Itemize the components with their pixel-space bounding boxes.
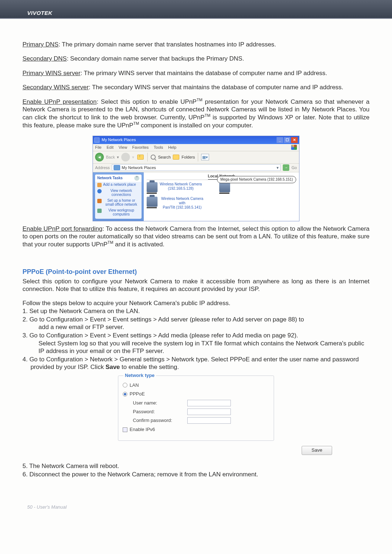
toolbar-separator [198, 153, 198, 161]
secondary-dns-text: : Secondary domain name server that back… [67, 55, 244, 62]
save-button[interactable]: Save [302, 446, 332, 455]
up-button[interactable] [136, 153, 144, 161]
maximize-button[interactable]: ☐ [284, 137, 290, 143]
password-input[interactable] [187, 409, 231, 415]
menu-favorites[interactable]: Favorites [132, 145, 148, 150]
back-button[interactable]: ◄ [95, 153, 104, 161]
callout-bubble: Mega-pixel Network Camera (192.168.5.151… [217, 176, 296, 184]
pppoe-steps-list: 1. Set up the Network Camera on the LAN.… [23, 307, 369, 371]
network-tasks-card: Network Tasks ˄ Add a network place View… [95, 175, 142, 219]
confirm-password-row: Confirm password: [133, 417, 269, 424]
camera-base-icon [147, 193, 157, 194]
task-label: View network connections [103, 189, 139, 197]
menu-help[interactable]: Help [168, 145, 176, 150]
device-label: Wireless Network Camera (192.168.5.128) [160, 182, 202, 191]
upnp-port-para: Enable UPnP port forwarding: To access t… [23, 225, 369, 248]
enable-ipv6-row[interactable]: Enable IPv6 [123, 427, 269, 432]
brand-logo: VIVOTEK [27, 10, 52, 16]
device-megapixel-camera[interactable] [219, 182, 277, 194]
username-row: User name: [133, 400, 269, 406]
search-button[interactable]: Search [158, 155, 171, 160]
camera-icon [219, 182, 230, 192]
page-header: VIVOTEK [0, 0, 392, 19]
network-places-icon [114, 165, 120, 170]
tm-sup: TM [133, 121, 139, 126]
menu-tools[interactable]: Tools [154, 145, 163, 150]
window-body: Network Tasks ˄ Add a network place View… [93, 172, 299, 221]
upnp-pres-text-d: component is installed on your computer. [139, 122, 253, 129]
task-setup-network[interactable]: Set up a home or small office network [95, 198, 142, 208]
menu-file[interactable]: File [95, 145, 102, 150]
pppoe-follow: Follow the steps below to acquire your N… [23, 299, 369, 307]
primary-dns-text: : The primary domain name server that tr… [58, 41, 276, 48]
task-label: Set up a home or small office network [103, 198, 139, 207]
address-field[interactable]: My Network Places ▾ [112, 164, 281, 171]
window-menubar: File Edit View Favorites Tools Help [93, 144, 299, 151]
tm-sup: TM [197, 98, 203, 102]
pppoe-steps-list-cont: 5. The Network Camera will reboot. 6. Di… [23, 462, 369, 479]
page-footer: 50 - User's Manual [0, 493, 392, 528]
confirm-password-label: Confirm password: [133, 418, 187, 423]
folders-button[interactable]: Folders [181, 155, 195, 160]
fieldset-legend: Network type [123, 373, 156, 378]
toolbar-separator [147, 153, 148, 161]
task-label: View workgroup computers [103, 208, 139, 217]
task-view-connections[interactable]: View network connections [95, 188, 142, 198]
search-icon [151, 155, 156, 160]
go-label: Go [291, 165, 297, 171]
pppoe-label: PPPoE [130, 391, 145, 397]
primary-dns-para: Primary DNS: The primary domain name ser… [23, 41, 369, 48]
ipv6-checkbox[interactable] [123, 427, 127, 432]
folder-up-icon [137, 155, 144, 160]
confirm-password-input[interactable] [187, 417, 231, 424]
step-2: 2. Go to Configuration > Event > Event s… [23, 316, 369, 331]
go-button[interactable]: → [283, 164, 289, 171]
secondary-dns-label: Secondary DNS [23, 55, 67, 62]
lan-option[interactable]: LAN [123, 382, 269, 388]
home-network-icon [97, 199, 102, 203]
window-titlebar[interactable]: My Network Places _ ☐ ✕ [93, 136, 299, 144]
camera-icon [147, 182, 158, 192]
username-label: User name: [133, 400, 187, 406]
step-1: 1. Set up the Network Camera on the LAN. [23, 307, 369, 315]
camera-base-icon [219, 193, 229, 194]
address-value: My Network Places [122, 165, 156, 171]
window-toolbar: ◄ Back ▾ ▾ Search Folders ▦▾ [93, 151, 299, 164]
pppoe-option[interactable]: PPPoE [123, 391, 269, 397]
menu-view[interactable]: View [119, 145, 127, 150]
minimize-button[interactable]: _ [277, 137, 283, 143]
upnp-port-text-b: and it is activated. [113, 241, 164, 248]
workgroup-icon [97, 209, 102, 213]
window-title: My Network Places [102, 138, 136, 143]
password-label: Password: [133, 409, 187, 415]
menu-edit[interactable]: Edit [107, 145, 114, 150]
primary-wins-para: Primary WINS server: The primary WINS se… [23, 69, 369, 77]
address-bar: Address My Network Places ▾ → Go [93, 164, 299, 172]
task-view-workgroup[interactable]: View workgroup computers [95, 208, 142, 217]
main-pane: Local Network Wireless Network Camera (1… [144, 172, 299, 221]
radio-pppoe[interactable] [123, 392, 127, 397]
chevron-down-icon[interactable]: ▾ [277, 165, 279, 171]
network-tasks-header[interactable]: Network Tasks ˄ [95, 175, 142, 182]
camera-base-icon [147, 207, 157, 208]
upnp-pres-label: Enable UPnP presentation [23, 98, 97, 105]
device-wireless-camera-1[interactable]: Wireless Network Camera (192.168.5.128) [147, 182, 205, 194]
back-label: Back [106, 155, 115, 160]
device-wireless-camera-pantilt[interactable]: Wireless Network Camera with Pan/Tilt (1… [147, 197, 205, 210]
forward-button [121, 153, 130, 161]
add-place-icon [97, 183, 102, 187]
step-5: 5. The Network Camera will reboot. [23, 462, 369, 470]
radio-lan[interactable] [123, 383, 127, 387]
secondary-wins-text: : The secondary WINS server that maintai… [89, 84, 343, 91]
folders-icon [173, 155, 179, 160]
collapse-icon[interactable]: ˄ [134, 176, 139, 181]
ipv6-label: Enable IPv6 [130, 427, 155, 432]
page-content: Primary DNS: The primary domain name ser… [0, 19, 392, 493]
username-input[interactable] [187, 400, 231, 406]
views-button[interactable]: ▦▾ [201, 154, 209, 160]
close-button[interactable]: ✕ [291, 137, 298, 143]
task-add-network-place[interactable]: Add a network place [95, 182, 142, 188]
save-row: Save [118, 446, 332, 455]
primary-wins-text: : The primary WINS server that maintains… [81, 70, 327, 77]
my-network-places-screenshot: My Network Places _ ☐ ✕ File Edit View F… [23, 136, 369, 221]
